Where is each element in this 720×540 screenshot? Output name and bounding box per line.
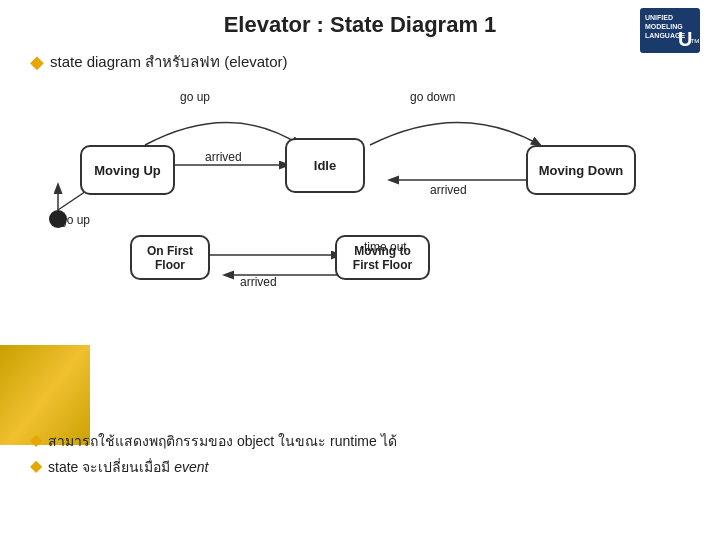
state-diagram: Moving Up Idle Moving Down On First Floo… (30, 80, 690, 310)
bottom-text-2: สามารถใช้แสดงพฤติกรรมของ object ในขณะ ru… (48, 430, 397, 452)
label-time-out: -time out (360, 240, 407, 254)
svg-text:UNIFIED: UNIFIED (645, 14, 673, 21)
bottom-bullets-area: ◆ สามารถใช้แสดงพฤติกรรมของ object ในขณะ … (30, 430, 710, 480)
bullet-diamond-2: ◆ (30, 430, 42, 449)
state-on-first-floor: On First Floor (130, 235, 210, 280)
state-moving-up: Moving Up (80, 145, 175, 195)
bullet-diamond-1: ◆ (30, 51, 44, 73)
bullet-1: ◆ state diagram สำหรับลฟท (elevator) (30, 50, 690, 74)
bullet-1-text: state diagram สำหรับลฟท (elevator) (50, 50, 288, 74)
uml-logo: UNIFIED MODELING LANGUAGE U ™ (640, 8, 700, 53)
main-content: ◆ state diagram สำหรับลฟท (elevator) (0, 50, 720, 310)
bottom-bullet-3: ◆ state จะเปลี่ยนเมื่อมี event (30, 456, 710, 478)
bullet-diamond-3: ◆ (30, 456, 42, 475)
page-title: Elevator : State Diagram 1 (224, 12, 497, 38)
state-idle: Idle (285, 138, 365, 193)
label-arrived-bottom: arrived (240, 275, 277, 289)
label-arrived-top: arrived (205, 150, 242, 164)
header: Elevator : State Diagram 1 UNIFIED MODEL… (0, 0, 720, 44)
bottom-text-3: state จะเปลี่ยนเมื่อมี event (48, 456, 208, 478)
label-go-down-top: go down (410, 90, 455, 104)
bottom-bullet-2: ◆ สามารถใช้แสดงพฤติกรรมของ object ในขณะ … (30, 430, 710, 452)
svg-text:™: ™ (690, 37, 700, 48)
label-arrived-bottom-idle: arrived (430, 183, 467, 197)
label-go-up-bottom: go up (60, 213, 90, 227)
state-moving-down: Moving Down (526, 145, 636, 195)
label-go-up-top: go up (180, 90, 210, 104)
